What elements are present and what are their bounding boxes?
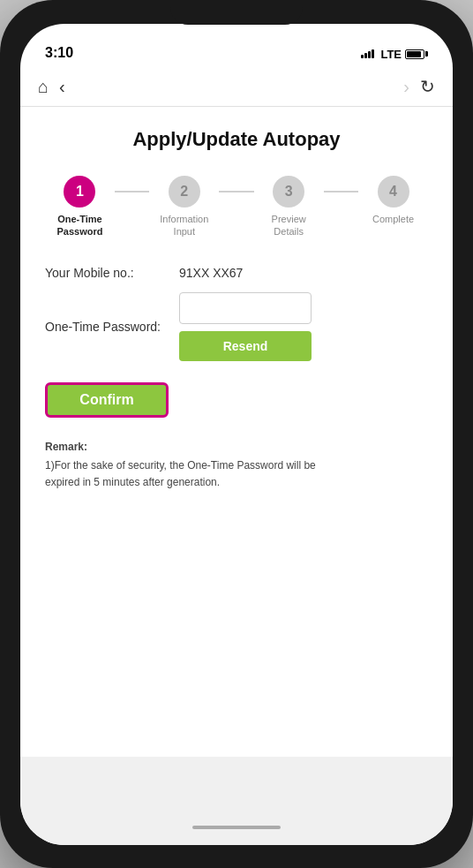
home-indicator — [192, 826, 281, 829]
step-3: 3 PreviewDetails — [254, 176, 324, 238]
form-section: Your Mobile no.: 91XX XX67 One-Time Pass… — [45, 266, 428, 361]
bottom-area — [20, 757, 453, 845]
status-time: 3:10 — [45, 45, 73, 61]
page-content: Apply/Update Autopay 1 One-TimePassword … — [20, 107, 453, 757]
mobile-value: 91XX XX67 — [179, 266, 243, 280]
step-connector-3-4 — [324, 191, 358, 192]
otp-input[interactable] — [179, 292, 312, 324]
page-title: Apply/Update Autopay — [45, 128, 428, 151]
step-4-circle: 4 — [378, 176, 409, 208]
phone-screen: 3:10 LTE ⌂ ‹ — [20, 24, 453, 845]
status-bar: 3:10 LTE — [20, 24, 453, 68]
otp-row: One-Time Password: Resend — [45, 292, 428, 361]
otp-input-group: Resend — [179, 292, 312, 361]
step-connector-2-3 — [219, 191, 253, 192]
confirm-button-wrapper: Confirm — [45, 382, 428, 418]
step-1-circle: 1 — [64, 176, 95, 208]
network-label: LTE — [380, 48, 402, 61]
mobile-label: Your Mobile no.: — [45, 266, 169, 280]
back-button[interactable]: ‹ — [59, 77, 65, 97]
battery-icon — [405, 49, 428, 59]
step-4: 4 Complete — [358, 176, 428, 225]
phone-notch — [170, 0, 303, 25]
otp-label: One-Time Password: — [45, 320, 169, 334]
home-button[interactable]: ⌂ — [38, 77, 49, 97]
step-4-label: Complete — [372, 213, 414, 225]
phone-frame: 3:10 LTE ⌂ ‹ — [0, 0, 473, 868]
step-2-circle: 2 — [169, 176, 200, 208]
step-1: 1 One-TimePassword — [45, 176, 115, 238]
step-connector-1-2 — [115, 191, 149, 192]
step-3-circle: 3 — [273, 176, 304, 208]
browser-bar: ⌂ ‹ › ↻ — [20, 68, 453, 107]
step-1-label: One-TimePassword — [56, 213, 102, 238]
steps-container: 1 One-TimePassword 2 InformationInput 3 … — [45, 176, 428, 238]
mobile-row: Your Mobile no.: 91XX XX67 — [45, 266, 428, 280]
step-2-label: InformationInput — [160, 213, 208, 238]
refresh-button[interactable]: ↻ — [420, 76, 435, 97]
confirm-button[interactable]: Confirm — [45, 382, 169, 418]
remark-title: Remark: — [45, 439, 428, 456]
signal-bars-icon — [361, 49, 374, 58]
status-icons: LTE — [361, 48, 428, 61]
resend-button[interactable]: Resend — [179, 331, 312, 361]
step-2: 2 InformationInput — [149, 176, 219, 238]
remark-section: Remark: 1)For the sake of security, the … — [45, 439, 428, 492]
forward-button[interactable]: › — [403, 77, 409, 97]
remark-line2: expired in 5 minutes after generation. — [45, 474, 428, 491]
step-3-label: PreviewDetails — [272, 213, 306, 238]
remark-line1: 1)For the sake of security, the One-Time… — [45, 457, 428, 474]
